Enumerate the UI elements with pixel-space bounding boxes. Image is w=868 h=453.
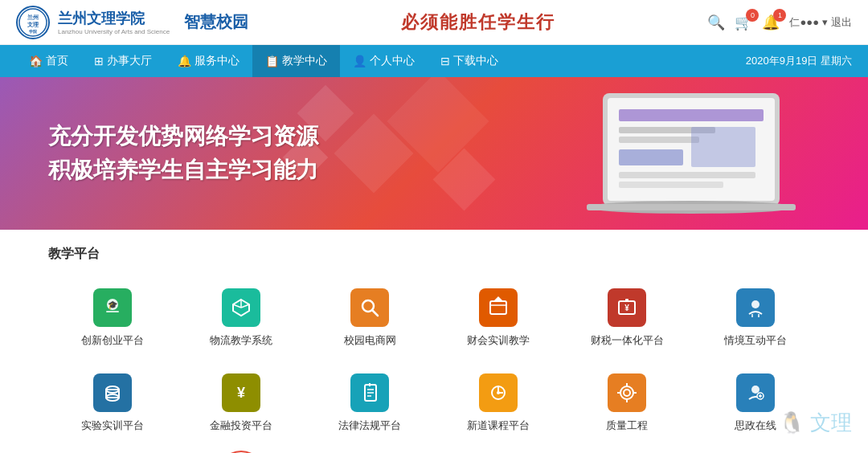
nav-home[interactable]: 🏠 首页 (16, 45, 81, 77)
doc-icon: 📋 (265, 55, 279, 67)
zhiliang-icon (608, 373, 646, 412)
svg-rect-8 (619, 137, 699, 143)
platform-item-shiyan[interactable]: 实验实训平台 (48, 361, 177, 446)
banner-line2: 积极培养学生自主学习能力 (48, 153, 318, 187)
nav-bar: 🏠 首页 ⊞ 办事大厅 🔔 服务中心 📋 教学中心 👤 个人中心 ⊟ 下载中心 … (0, 45, 868, 77)
bell-nav-icon: 🔔 (178, 55, 191, 67)
nav-download-label: 下载中心 (453, 54, 498, 68)
platform-row-2: 实验实训平台 ¥ 金融投资平台 法律法规平台 新道课程平台 质量工程 (48, 361, 820, 446)
header-slogan: 必须能胜任学生行 (248, 10, 707, 35)
svg-rect-14 (587, 204, 796, 210)
platform-item-xindao[interactable]: 新道课程平台 (434, 361, 563, 446)
platform-item-xiaoyuan[interactable]: 校园电商网 (305, 275, 434, 361)
platform-item-wangluojiaoxue[interactable]: 网络教学平台 (48, 446, 177, 453)
sizheng-label: 思政在线 (735, 418, 776, 433)
logo-emblem: 兰州 文理 学院 (16, 6, 50, 39)
nav-office[interactable]: ⊞ 办事大厅 (81, 45, 165, 77)
xindao-label: 新道课程平台 (467, 418, 530, 433)
university-name-cn: 兰州文理学院 (58, 9, 170, 28)
xindao-icon (479, 373, 518, 412)
home-icon: 🏠 (29, 55, 43, 67)
search-icon[interactable]: 🔍 (707, 14, 725, 31)
svg-line-20 (233, 304, 241, 308)
svg-line-21 (241, 304, 249, 308)
platform-item-jinrong[interactable]: ¥ 金融投资平台 (177, 361, 305, 446)
grid-icon: ⊞ (94, 55, 104, 67)
download-icon: ⊟ (440, 55, 450, 67)
laptop-illustration (571, 85, 812, 222)
watermark-logo: 🐧 文理 (779, 410, 852, 435)
svg-rect-29 (625, 299, 628, 302)
chuangxin-icon: 🎓 (93, 288, 132, 327)
bell-icon[interactable]: 🔔 1 (762, 14, 780, 31)
svg-rect-24 (490, 301, 506, 314)
svg-rect-9 (619, 149, 683, 165)
caishui-label: 财税一体化平台 (591, 333, 664, 348)
platform-item-caihui[interactable]: 财会实训教学 (434, 275, 563, 361)
svg-rect-10 (691, 127, 755, 167)
smart-campus-label: 智慧校园 (184, 11, 248, 33)
empty-cell-5 (563, 446, 691, 453)
nav-download[interactable]: ⊟ 下载中心 (428, 45, 511, 77)
platform-item-wangluozaixian[interactable]: 网络在线课程 (177, 446, 305, 453)
svg-point-45 (497, 391, 500, 394)
nav-personal-label: 个人中心 (370, 54, 415, 68)
platform-row-1: 🎓 创新创业平台 物流教学系统 校园电商网 财会实训教学 ¥ (48, 275, 820, 361)
shiyan-label: 实验实训平台 (81, 418, 144, 433)
svg-text:文理: 文理 (27, 21, 39, 28)
platform-item-zhiliang[interactable]: 质量工程 (563, 361, 691, 446)
nav-date: 2020年9月19日 星期六 (746, 54, 852, 68)
zhiliang-label: 质量工程 (606, 418, 648, 433)
user-name: 仁●●● (789, 15, 819, 30)
platform-item-benkuyuan[interactable]: 本校资源库 (305, 446, 434, 453)
main-content: 教学平台 🎓 创新创业平台 物流教学系统 校园电商网 财会实训教学 (0, 230, 868, 453)
xiaoyuan-icon (350, 288, 389, 327)
svg-text:¥: ¥ (624, 304, 629, 312)
svg-point-46 (620, 386, 633, 399)
bell-badge: 1 (773, 9, 786, 22)
watermark: 🐧 文理 (779, 409, 852, 437)
wuliu-label: 物流教学系统 (210, 333, 272, 348)
jinrong-label: 金融投资平台 (210, 418, 272, 433)
nav-home-label: 首页 (46, 54, 68, 68)
teaching-platform-title: 教学平台 (48, 246, 820, 263)
jinrong-icon: ¥ (222, 373, 260, 412)
falv-label: 法律法规平台 (338, 418, 401, 433)
platform-item-chuangxin[interactable]: 🎓 创新创业平台 (48, 275, 177, 361)
shiyan-icon (93, 373, 132, 412)
falv-icon (350, 373, 389, 412)
svg-rect-12 (619, 182, 723, 188)
nav-office-label: 办事大厅 (107, 54, 152, 68)
wuliu-icon (222, 288, 260, 327)
svg-point-30 (751, 300, 760, 308)
cart-icon[interactable]: 🛒 0 (735, 14, 752, 31)
user-area[interactable]: 仁●●● ▾ 退出 (789, 15, 852, 30)
header: 兰州 文理 学院 兰州文理学院 Lanzhou University of Ar… (0, 0, 868, 45)
caihui-icon (479, 288, 518, 327)
caihui-label: 财会实训教学 (467, 333, 530, 348)
empty-cell-6 (691, 446, 820, 453)
svg-text:学院: 学院 (29, 29, 38, 34)
logo-area: 兰州 文理 学院 兰州文理学院 Lanzhou University of Ar… (16, 6, 248, 39)
platform-item-qingjing[interactable]: 情境互动平台 (691, 275, 820, 361)
banner-line1: 充分开发优势网络学习资源 (48, 120, 318, 153)
empty-cell-4 (434, 446, 563, 453)
banner-text: 充分开发优势网络学习资源 积极培养学生自主学习能力 (48, 120, 318, 187)
nav-teaching[interactable]: 📋 教学中心 (252, 45, 340, 77)
logout-button[interactable]: 退出 (831, 15, 852, 30)
svg-rect-16 (106, 311, 119, 312)
nav-teaching-label: 教学中心 (282, 54, 327, 68)
sizheng-icon (736, 373, 775, 412)
header-right: 🔍 🛒 0 🔔 1 仁●●● ▾ 退出 (707, 14, 852, 31)
cart-badge: 0 (746, 9, 759, 22)
caishui-icon: ¥ (608, 288, 646, 327)
platform-item-caishui[interactable]: ¥ 财税一体化平台 (563, 275, 691, 361)
university-name-en: Lanzhou University of Arts and Science (58, 28, 170, 35)
nav-personal[interactable]: 👤 个人中心 (340, 45, 428, 77)
svg-rect-6 (619, 109, 764, 121)
nav-service[interactable]: 🔔 服务中心 (165, 45, 252, 77)
dropdown-icon: ▾ (822, 16, 828, 28)
platform-item-falv[interactable]: 法律法规平台 (305, 361, 434, 446)
platform-item-wuliu[interactable]: 物流教学系统 (177, 275, 305, 361)
person-icon: 👤 (353, 55, 366, 67)
